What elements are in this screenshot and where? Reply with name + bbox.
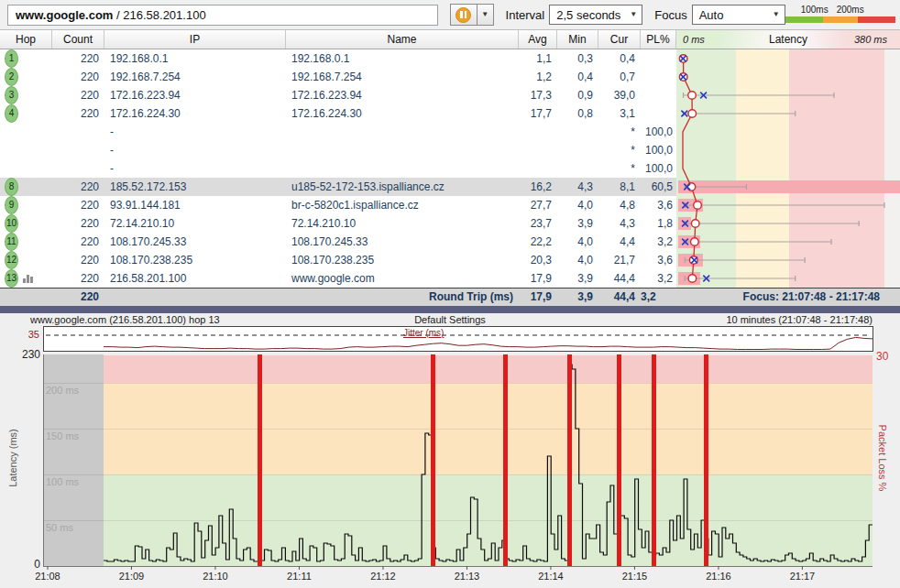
- timeline-panel: www.google.com (216.58.201.100) hop 13 D…: [0, 313, 900, 588]
- cell-ip: 172.16.223.94: [104, 86, 286, 104]
- cell-ip: -: [104, 141, 286, 159]
- cell-pl: 100,0: [641, 141, 676, 159]
- focus-select[interactable]: Auto ▼: [692, 5, 785, 25]
- latency-axis-title: Latency (ms): [7, 410, 18, 506]
- x-axis-tick-label: 21:11: [287, 571, 312, 582]
- cell-min: 3,9: [557, 269, 598, 288]
- hop-number-badge: 12: [5, 251, 18, 269]
- timeline-range-label: 10 minutes (21:07:48 - 21:17:48): [726, 314, 873, 325]
- cell-name: br-c-5820c1.ispalliance.cz: [286, 196, 519, 214]
- x-axis-tick-label: 21:13: [455, 571, 480, 582]
- cell-min: 4,0: [557, 196, 598, 214]
- cell-count: 220: [52, 49, 104, 68]
- timeline-graph[interactable]: 200 ms150 ms100 ms50 ms21:0821:0921:1021…: [0, 326, 900, 588]
- cell-pl: 3,2: [641, 269, 676, 288]
- x-axis-tick-label: 21:10: [203, 571, 228, 582]
- x-axis-tick-label: 21:15: [622, 571, 648, 582]
- column-header-hop[interactable]: Hop: [0, 30, 52, 49]
- cell-name: [286, 141, 519, 159]
- timeline-header: www.google.com (216.58.201.100) hop 13 D…: [0, 313, 900, 326]
- packet-loss-axis-title: Packet Loss %: [877, 410, 888, 506]
- cell-ip: 192.168.7.254: [104, 68, 286, 86]
- column-header-count[interactable]: Count: [52, 30, 104, 49]
- packet-loss-event-bar: [652, 354, 656, 566]
- x-axis-tick-label: 21:12: [370, 571, 396, 582]
- trace-menu-button[interactable]: ▼: [477, 4, 494, 26]
- pause-button[interactable]: [450, 4, 477, 26]
- interval-value: 2,5 seconds: [556, 8, 620, 22]
- latency-header-title: Latency: [769, 33, 807, 46]
- average-marker: [687, 183, 696, 191]
- x-axis-tick-label: 21:16: [706, 571, 731, 582]
- cell-ip: 192.168.0.1: [104, 49, 286, 68]
- cell-pl: [641, 49, 676, 68]
- latency-axis-min: 0: [0, 558, 40, 571]
- bar-chart-icon: [23, 274, 33, 283]
- x-axis-tick-label: 21:08: [35, 571, 60, 582]
- target-address-box[interactable]: www.google.com / 216.58.201.100: [7, 5, 438, 26]
- cell-pl: [641, 104, 676, 123]
- cell-pl: 3,6: [641, 196, 676, 214]
- cell-avg: [519, 159, 557, 178]
- x-axis-tick-label: 21:17: [790, 571, 816, 582]
- cell-ip: 216.58.201.100: [104, 269, 286, 288]
- x-axis-tick-label: 21:14: [538, 571, 564, 582]
- focus-label: Focus: [654, 8, 686, 22]
- cell-name: 108.170.245.33: [286, 233, 519, 251]
- jitter-title: Jitter (ms): [403, 328, 444, 338]
- hop-number-badge: 1: [5, 49, 18, 68]
- cell-cur: 3,1: [598, 104, 641, 123]
- chevron-down-icon: ▼: [481, 11, 488, 18]
- interval-label: Interval: [506, 8, 545, 22]
- cell-pl: [641, 68, 676, 86]
- column-header-latency[interactable]: 0 ms Latency 380 ms: [676, 30, 900, 49]
- cell-ip: 172.16.224.30: [104, 104, 286, 123]
- column-header-ip[interactable]: IP: [104, 30, 286, 49]
- cell-avg: 16,2: [519, 178, 557, 196]
- cell-avg: 23,7: [519, 214, 557, 233]
- cell-cur: *: [598, 141, 641, 159]
- pingplotter-window: www.google.com / 216.58.201.100 ▼ Interv…: [0, 0, 900, 588]
- column-header-min[interactable]: Min: [557, 30, 598, 49]
- cell-avg: 27,7: [519, 196, 557, 214]
- cell-count: [52, 159, 104, 178]
- cell-cur: 0,7: [598, 68, 641, 86]
- toolbar: www.google.com / 216.58.201.100 ▼ Interv…: [0, 0, 900, 29]
- cell-ip: 108.170.238.235: [104, 251, 286, 269]
- cell-cur: 4,3: [598, 214, 641, 233]
- cell-min: 0,8: [557, 104, 598, 123]
- zone-label: 50 ms: [46, 522, 73, 533]
- splitter-handle[interactable]: [0, 306, 900, 313]
- column-header-name[interactable]: Name: [286, 30, 519, 49]
- average-marker: [688, 110, 697, 118]
- cell-name: 172.16.223.94: [286, 86, 519, 104]
- cell-pl: [641, 86, 676, 104]
- cell-name: 192.168.7.254: [286, 68, 519, 86]
- cell-name: www.google.com: [286, 269, 519, 288]
- cell-count: 220: [52, 251, 104, 269]
- interval-select[interactable]: 2,5 seconds ▼: [549, 5, 642, 25]
- summary-avg: 17,9: [519, 289, 557, 306]
- summary-count: 220: [52, 289, 104, 306]
- average-marker: [691, 238, 699, 246]
- target-ip: / 216.58.201.100: [113, 8, 205, 22]
- packet-loss-axis-max: 30: [876, 350, 888, 363]
- cell-cur: 21,7: [598, 251, 641, 269]
- cell-cur: *: [598, 123, 641, 141]
- cell-pl: 100,0: [641, 159, 676, 178]
- column-header-cur[interactable]: Cur: [598, 30, 641, 49]
- summary-pl: 3,2: [641, 289, 676, 306]
- latency-scale-legend: 100ms 200ms: [785, 5, 893, 25]
- packet-loss-event-bar: [503, 354, 508, 566]
- focus-value: Auto: [699, 8, 724, 22]
- latency-scale-max: 380 ms: [854, 30, 887, 49]
- cell-pl: 1,8: [641, 214, 676, 233]
- cell-min: 0,4: [557, 68, 598, 86]
- cell-count: 220: [52, 68, 104, 86]
- cell-cur: 44,4: [598, 269, 641, 288]
- cell-name: 192.168.0.1: [286, 49, 519, 68]
- column-header-pl[interactable]: PL%: [641, 30, 676, 49]
- packet-loss-event-bar: [617, 354, 621, 566]
- latency-axis-max: 230: [0, 348, 40, 361]
- column-header-avg[interactable]: Avg: [519, 30, 557, 49]
